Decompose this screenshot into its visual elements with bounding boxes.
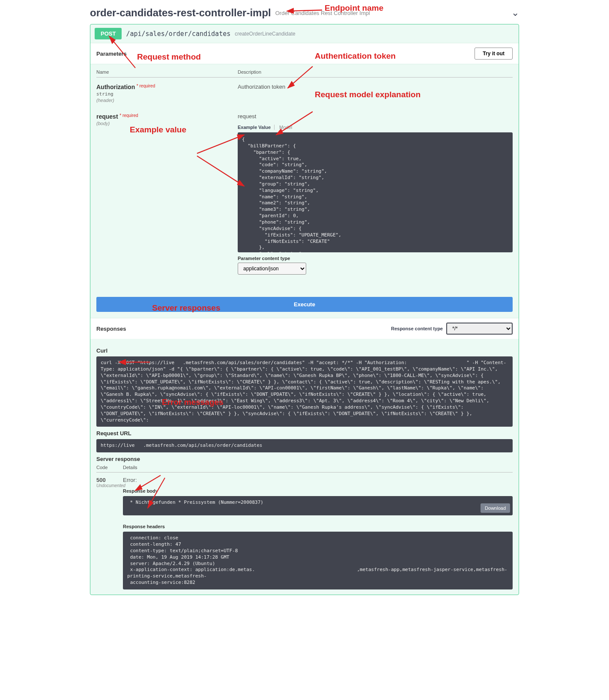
param-name: Authorization (96, 84, 135, 90)
try-it-out-button[interactable]: Try it out (475, 48, 513, 60)
param-header-row: Name Description (96, 69, 513, 78)
response-code: 500 (96, 477, 123, 483)
server-response-header: Code Details (96, 465, 513, 473)
column-name: Name (96, 69, 238, 75)
endpoint-title: order-candidates-rest-controller-impl (90, 7, 271, 19)
endpoint-subtitle: Order Candidates Rest Controller Impl (275, 10, 370, 16)
responses-bar: Responses Response content type */* (90, 318, 519, 339)
example-value-code[interactable]: { "billBPartner": { "bpartner": { "activ… (238, 132, 513, 252)
response-headers-code[interactable]: connection: close content-length: 47 con… (123, 532, 513, 589)
http-method-badge: POST (95, 28, 122, 39)
download-button[interactable]: Download (481, 503, 510, 513)
parameters-title: Parameters (96, 51, 127, 57)
param-location: (body) (96, 121, 238, 126)
parameter-content-type-label: Parameter content type (238, 256, 513, 261)
curl-title: Curl (96, 347, 513, 354)
param-type: string (96, 91, 238, 97)
undocumented-label: Undocumented (96, 483, 123, 488)
param-location: (header) (96, 98, 238, 103)
column-description: Description (238, 69, 513, 75)
param-name: request (96, 113, 118, 120)
required-badge: required (119, 113, 138, 118)
required-badge: required (137, 84, 155, 88)
operation-id: createOrderLineCandidate (235, 31, 295, 37)
request-url-title: Request URL (96, 430, 513, 437)
request-url-code[interactable]: https://live .metasfresh.com/api/sales/o… (96, 439, 513, 452)
parameter-content-type-select[interactable]: application/json (238, 263, 306, 275)
param-row-request: request required (body) request Example … (96, 113, 513, 285)
tab-model[interactable]: Model (276, 125, 292, 130)
response-body-code[interactable]: * Nicht gefunden * Preissystem (Nummer=2… (123, 496, 513, 515)
operation-summary[interactable]: POST /api/sales/order/candidates createO… (90, 24, 519, 43)
endpoint-path: /api/sales/order/candidates (126, 30, 230, 38)
response-content-type-label: Response content type (391, 326, 443, 331)
server-response-title: Server response (96, 456, 513, 462)
tab-example-value[interactable]: Example Value (238, 125, 275, 130)
chevron-down-icon[interactable]: ⌄ (511, 7, 519, 18)
execute-button[interactable]: Execute (96, 297, 513, 312)
param-description: request (238, 113, 513, 120)
param-row-authorization: Authorization required string (header) A… (96, 78, 513, 113)
error-label: Error: (123, 477, 513, 483)
response-content-type-select[interactable]: */* (446, 323, 513, 335)
param-description: Authorization token (238, 84, 513, 90)
response-body-title: Response body (123, 488, 513, 494)
parameters-bar: Parameters Try it out (90, 43, 519, 64)
responses-title: Responses (96, 326, 126, 332)
response-headers-title: Response headers (123, 524, 513, 529)
curl-code[interactable]: curl -X POST "https://live .metasfresh.c… (96, 356, 513, 427)
endpoint-header[interactable]: order-candidates-rest-controller-impl Or… (90, 4, 519, 24)
server-response-row: 500 Undocumented Error: Response body * … (96, 473, 513, 589)
column-details: Details (123, 465, 137, 470)
operation-block: POST /api/sales/order/candidates createO… (90, 24, 519, 595)
column-code: Code (96, 465, 123, 470)
